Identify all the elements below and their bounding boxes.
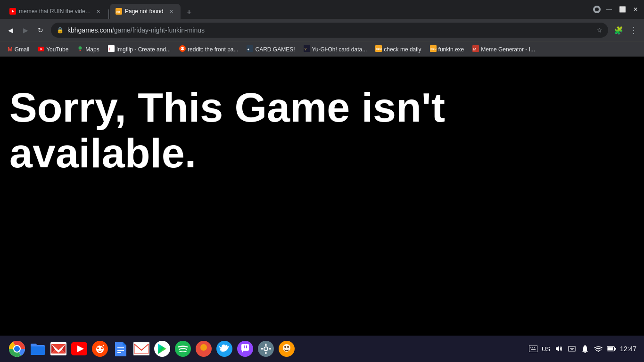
youtube-tab-favicon — [9, 8, 16, 15]
input-icon[interactable] — [567, 344, 577, 354]
checkme-favicon: KBH — [375, 45, 382, 53]
taskbar-game[interactable] — [194, 339, 213, 358]
clock: 12:47 — [620, 345, 636, 353]
meme-favicon: M — [472, 45, 479, 53]
taskbar-twitter[interactable] — [215, 339, 234, 358]
svg-rect-54 — [265, 352, 267, 354]
country-code: US — [542, 346, 550, 353]
svg-text:♠: ♠ — [248, 47, 249, 51]
svg-point-7 — [79, 46, 82, 49]
svg-point-68 — [584, 352, 586, 354]
maps-favicon — [77, 45, 83, 53]
svg-rect-55 — [261, 348, 263, 350]
keyboard-icon[interactable] — [528, 344, 538, 354]
yugioh-favicon: Y — [304, 45, 310, 53]
svg-point-13 — [183, 48, 184, 49]
url-bar[interactable]: 🔒 kbhgames.com/game/friday-night-funkin-… — [51, 23, 608, 38]
svg-point-52 — [264, 347, 267, 350]
browser-frame: memes that RUIN the video - Yo... ✕ KB P… — [0, 0, 644, 362]
bookmark-yugioh-label: Yu-Gi-Oh! card data... — [312, 46, 367, 53]
svg-text:KBH: KBH — [430, 48, 437, 50]
extensions-button[interactable]: 🧩 — [612, 24, 625, 37]
bookmark-cardgames-label: CARD GAMES! — [255, 46, 295, 53]
wifi-icon[interactable] — [594, 344, 603, 354]
tab-youtube[interactable]: memes that RUIN the video - Yo... ✕ — [4, 4, 107, 19]
taskbar-settings[interactable] — [256, 339, 275, 358]
svg-text:I: I — [108, 47, 109, 51]
bookmark-funkin[interactable]: KBH funkin.exe — [426, 43, 468, 55]
close-button[interactable]: ✕ — [631, 5, 640, 14]
svg-rect-49 — [246, 346, 247, 348]
tab-separator — [108, 9, 109, 19]
svg-text:KB: KB — [116, 10, 120, 13]
lock-icon: 🔒 — [57, 27, 64, 33]
bookmark-gmail[interactable]: M Gmail — [4, 44, 33, 55]
url-display: kbhgames.com/game/friday-night-funkin-mi… — [67, 26, 593, 34]
bookmark-checkme[interactable]: KBH check me daily — [372, 43, 425, 55]
svg-point-4 — [595, 8, 599, 11]
svg-rect-53 — [265, 344, 267, 346]
svg-text:KBH: KBH — [376, 48, 382, 50]
youtube-favicon — [38, 46, 44, 53]
funkin-favicon: KBH — [430, 45, 437, 53]
svg-point-60 — [287, 346, 289, 348]
window-controls: — ⬜ ✕ — [589, 0, 644, 19]
taskbar-gmail[interactable] — [49, 339, 68, 358]
tab-kbh-close[interactable]: ✕ — [167, 8, 175, 15]
url-path: /game/friday-night-funkin-minus — [112, 26, 205, 34]
svg-point-44 — [200, 344, 207, 351]
bookmark-youtube[interactable]: YouTube — [34, 44, 72, 55]
bookmark-reddit[interactable]: reddit: the front pa... — [175, 43, 242, 55]
bookmark-meme[interactable]: M Meme Generator - I... — [469, 43, 539, 55]
taskbar-gmail2[interactable] — [132, 339, 151, 358]
taskbar-youtube[interactable] — [70, 339, 89, 358]
taskbar-files[interactable] — [28, 339, 47, 358]
tab-youtube-close[interactable]: ✕ — [94, 8, 102, 15]
battery-icon[interactable] — [607, 344, 616, 354]
bookmark-star-icon[interactable]: ☆ — [596, 26, 603, 34]
audio-icon[interactable] — [554, 344, 563, 354]
tabs-area: memes that RUIN the video - Yo... ✕ KB P… — [0, 0, 589, 19]
minimize-button[interactable]: — — [604, 5, 614, 14]
taskbar-docs[interactable] — [111, 339, 130, 358]
notification-icon[interactable] — [580, 344, 590, 354]
taskbar-reddit[interactable] — [91, 339, 109, 358]
refresh-button[interactable]: ↻ — [34, 24, 47, 37]
taskbar-chrome[interactable] — [8, 339, 26, 358]
taskbar-spotify[interactable] — [173, 339, 192, 358]
svg-point-26 — [14, 346, 20, 352]
bookmark-yugioh[interactable]: Y Yu-Gi-Oh! card data... — [300, 43, 371, 55]
bookmark-imgflip-label: Imgflip - Create and... — [116, 46, 171, 53]
maximize-button[interactable]: ⬜ — [618, 5, 627, 14]
svg-rect-47 — [241, 344, 249, 351]
bookmark-reddit-label: reddit: the front pa... — [188, 46, 238, 53]
new-tab-button[interactable]: + — [182, 6, 196, 19]
taskbar-play[interactable] — [153, 339, 172, 358]
taskbar-icons — [8, 339, 296, 358]
toolbar-icons: 🧩 ⋮ — [612, 24, 640, 37]
imgflip-favicon: I — [108, 45, 115, 53]
svg-rect-56 — [269, 348, 271, 350]
taskbar-twitch[interactable] — [236, 339, 255, 358]
tab-kbh[interactable]: KB Page not found ✕ — [110, 4, 181, 19]
svg-text:Y: Y — [304, 48, 306, 51]
bookmark-cardgames[interactable]: ♠ CARD GAMES! — [243, 43, 298, 55]
forward-button[interactable]: ▶ — [19, 24, 32, 37]
svg-point-11 — [181, 47, 184, 50]
cast-icon — [593, 6, 601, 13]
bookmark-funkin-label: funkin.exe — [438, 46, 464, 53]
bookmark-maps[interactable]: Maps — [73, 43, 103, 55]
cardgames-favicon: ♠ — [247, 45, 253, 53]
menu-button[interactable]: ⋮ — [627, 24, 640, 37]
title-bar: memes that RUIN the video - Yo... ✕ KB P… — [0, 0, 644, 19]
svg-point-33 — [101, 347, 103, 349]
bookmark-imgflip[interactable]: I Imgflip - Create and... — [104, 43, 174, 55]
bookmarks-bar: M Gmail YouTube Maps I Imgflip - Create … — [0, 41, 644, 57]
bookmark-youtube-label: YouTube — [46, 46, 68, 53]
taskbar-extra[interactable] — [277, 339, 296, 358]
svg-rect-61 — [529, 346, 537, 352]
page-content: Sorry, This Game isn't available. Games … — [0, 57, 644, 362]
svg-rect-71 — [607, 347, 613, 350]
svg-point-59 — [284, 346, 286, 348]
back-button[interactable]: ◀ — [4, 24, 17, 37]
